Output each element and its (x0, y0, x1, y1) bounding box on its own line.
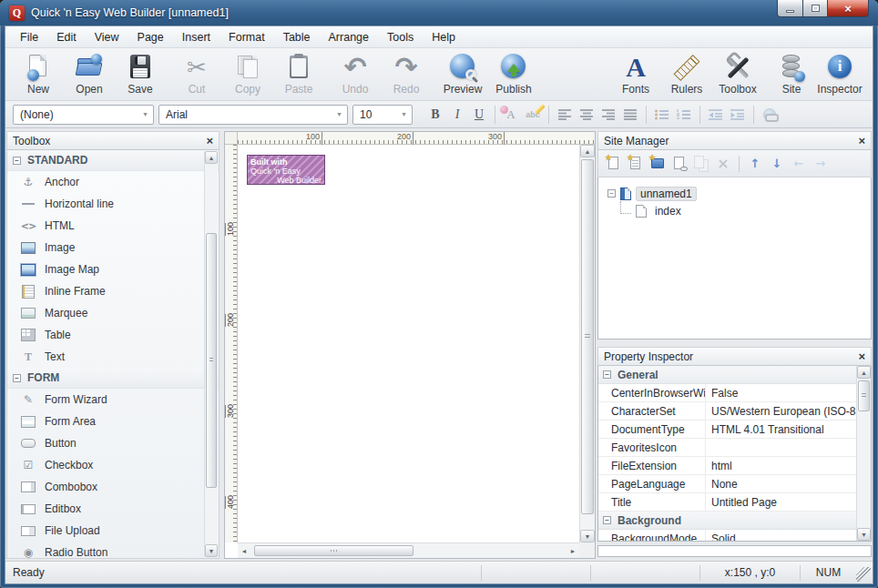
align-left-button[interactable] (554, 105, 576, 125)
numbered-list-button[interactable] (673, 105, 695, 125)
undo-button[interactable]: ↶ Undo (330, 53, 381, 96)
move-down-icon[interactable]: ↓ (769, 156, 785, 172)
font-size-dropdown[interactable]: 10 ▼ (352, 105, 413, 125)
bold-button[interactable]: B (424, 105, 446, 125)
property-grid-scrollbar[interactable]: ▲ ▼ (856, 366, 871, 541)
property-row[interactable]: DocumentType HTML 4.01 Transitional (598, 421, 856, 439)
collapse-icon[interactable]: − (13, 157, 21, 165)
toolbox-item-html[interactable]: <>HTML (7, 215, 219, 237)
scrollbar-thumb[interactable] (206, 233, 217, 488)
toolbox-section-form[interactable]: − FORM (7, 368, 219, 389)
align-justify-button[interactable] (619, 105, 641, 125)
close-icon[interactable]: × (858, 135, 865, 147)
built-with-badge[interactable]: Built with Quick 'n Easy Web Builder (247, 155, 325, 185)
new-page-from-template-button[interactable]: ★ (628, 156, 644, 172)
underline-button[interactable]: U (468, 105, 490, 125)
copy-button[interactable]: Copy (222, 53, 273, 96)
bullet-list-button[interactable] (651, 105, 673, 125)
toolbox-item-combobox[interactable]: Combobox (7, 476, 219, 498)
delete-page-icon[interactable]: × (715, 156, 731, 172)
page-editing-area[interactable]: Built with Quick 'n Easy Web Builder (238, 145, 579, 542)
new-page-button[interactable]: ★ (606, 156, 622, 172)
close-icon[interactable]: × (206, 135, 213, 147)
maximize-button[interactable] (803, 0, 828, 17)
scrollbar-thumb[interactable] (254, 545, 413, 556)
scroll-down-icon[interactable]: ▼ (205, 544, 218, 557)
page-properties-button[interactable] (671, 156, 688, 172)
close-button[interactable]: × (828, 0, 869, 17)
move-up-icon[interactable]: ↑ (747, 156, 763, 172)
menu-help[interactable]: Help (423, 28, 465, 46)
scroll-up-icon[interactable]: ▲ (580, 145, 595, 157)
toolbox-item-file-upload[interactable]: File Upload (7, 520, 219, 542)
publish-button[interactable]: Publish (488, 53, 539, 96)
toolbox-button[interactable]: Toolbox (712, 53, 763, 96)
section-general[interactable]: − General (598, 366, 856, 384)
clone-page-button[interactable] (693, 156, 710, 172)
toolbox-item-table[interactable]: Table (7, 324, 219, 346)
move-right-icon[interactable]: → (812, 156, 829, 172)
highlight-button[interactable]: abc (522, 105, 544, 125)
scroll-up-icon[interactable]: ▲ (857, 366, 871, 379)
align-right-button[interactable] (597, 105, 619, 125)
hyperlink-button[interactable] (759, 105, 781, 125)
close-icon[interactable]: × (858, 350, 865, 362)
property-row[interactable]: PageLanguage None (598, 475, 856, 493)
align-center-button[interactable] (576, 105, 597, 125)
property-row[interactable]: CharacterSet US/Western European (ISO-88 (598, 402, 856, 421)
toolbox-item-image-map[interactable]: Image Map (7, 259, 219, 280)
toolbox-item-form-wizard[interactable]: ✎Form Wizard (7, 389, 219, 411)
toolbox-item-image[interactable]: Image (7, 237, 219, 259)
italic-button[interactable]: I (446, 105, 468, 125)
scroll-left-icon[interactable]: ◄ (238, 544, 250, 557)
site-button[interactable]: Site (769, 53, 814, 96)
new-button[interactable]: New (13, 53, 64, 96)
menu-table[interactable]: Table (274, 28, 320, 46)
save-button[interactable]: Save (115, 53, 166, 96)
toolbox-item-horizontal-line[interactable]: Horizontal line (7, 193, 219, 215)
toolbox-section-standard[interactable]: − STANDARD (7, 150, 219, 171)
menu-tools[interactable]: Tools (378, 28, 423, 46)
fonts-button[interactable]: A Fonts (610, 53, 661, 96)
toolbox-item-text[interactable]: TText (7, 346, 219, 368)
inspector-button[interactable]: i Inspector (814, 53, 865, 96)
collapse-icon[interactable]: − (13, 374, 21, 382)
property-row[interactable]: FileExtension html (598, 457, 856, 475)
toolbox-item-editbox[interactable]: Editbox (7, 498, 219, 520)
toolbox-item-anchor[interactable]: ⚓Anchor (7, 171, 219, 193)
toolbox-item-checkbox[interactable]: ☑Checkbox (7, 454, 219, 476)
property-row[interactable]: CenterInBrowserWi False (598, 384, 856, 402)
menu-edit[interactable]: Edit (47, 28, 86, 46)
cut-button[interactable]: ✂ Cut (171, 53, 222, 96)
style-dropdown[interactable]: (None) ▼ (13, 105, 154, 125)
design-canvas[interactable]: 100 200 300 100 200 300 400 Built with Q… (224, 131, 596, 559)
font-dropdown[interactable]: Arial ▼ (158, 105, 348, 125)
scroll-down-icon[interactable]: ▼ (857, 528, 871, 541)
menu-view[interactable]: View (86, 28, 128, 46)
canvas-horizontal-scrollbar[interactable]: ◄ ► (238, 542, 579, 558)
collapse-icon[interactable]: − (603, 516, 611, 524)
menu-arrange[interactable]: Arrange (320, 28, 378, 46)
menu-format[interactable]: Format (220, 28, 274, 46)
scrollbar-thumb[interactable] (581, 159, 594, 514)
property-row[interactable]: BackgroundMode Solid (598, 530, 856, 542)
toolbox-item-inline-frame[interactable]: Inline Frame (7, 280, 219, 302)
collapse-icon[interactable]: − (607, 189, 616, 198)
canvas-vertical-scrollbar[interactable]: ▲ ▼ (579, 145, 595, 542)
toolbox-scrollbar[interactable]: ▲ ▼ (204, 151, 218, 557)
scroll-down-icon[interactable]: ▼ (580, 530, 595, 542)
paste-button[interactable]: Paste (273, 53, 324, 96)
move-left-icon[interactable]: ← (791, 156, 807, 172)
section-background[interactable]: − Background (598, 512, 856, 530)
redo-button[interactable]: ↷ Redo (381, 53, 432, 96)
font-color-button[interactable]: A (500, 105, 522, 125)
scrollbar-thumb[interactable] (858, 380, 870, 411)
minimize-button[interactable] (777, 0, 803, 17)
menu-page[interactable]: Page (128, 28, 173, 46)
tree-label-index[interactable]: index (651, 205, 685, 218)
increase-indent-button[interactable] (727, 105, 749, 125)
tree-item-root[interactable]: − unnamed1 (607, 185, 871, 202)
resize-grip[interactable] (856, 567, 871, 582)
toolbox-item-form-area[interactable]: Form Area (7, 411, 219, 432)
property-row[interactable]: FavoritesIcon (598, 439, 856, 457)
